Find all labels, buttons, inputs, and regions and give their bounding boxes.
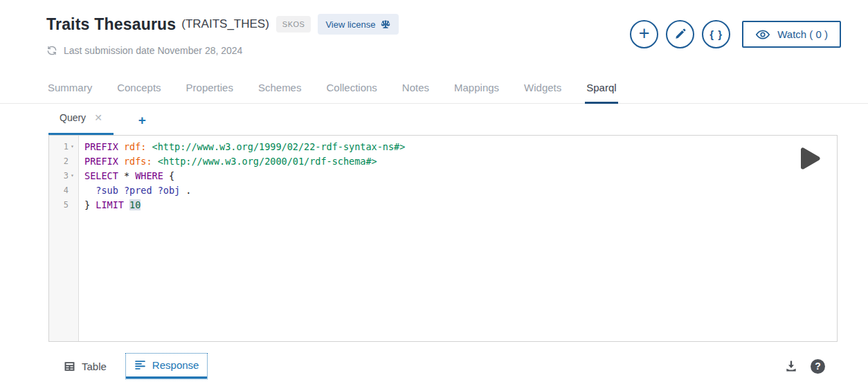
scales-icon (380, 19, 391, 30)
main-nav-tabs: Summary Concepts Properties Schemes Coll… (0, 78, 868, 104)
token-plain (118, 185, 124, 196)
token-plain: } (84, 199, 96, 210)
token-plain: * (118, 170, 135, 181)
add-button[interactable]: + (630, 20, 658, 48)
close-icon[interactable]: ✕ (94, 113, 102, 122)
token-kw: PREFIX (84, 141, 118, 152)
line-number: 3 (64, 171, 69, 181)
code-line: ?sub ?pred ?obj . (84, 183, 837, 197)
result-tab-response[interactable]: Response (126, 354, 208, 379)
code-button[interactable]: { } (702, 20, 730, 48)
tab-properties[interactable]: Properties (185, 78, 235, 104)
token-pfx: rdfs: (124, 156, 152, 167)
token-plain (146, 141, 152, 152)
tab-collections[interactable]: Collections (325, 78, 378, 104)
plus-icon: + (639, 24, 650, 43)
token-var: ?sub (96, 185, 118, 196)
curly-braces-icon: { } (709, 28, 723, 40)
add-query-tab-button[interactable]: + (138, 113, 146, 127)
tab-widgets[interactable]: Widgets (523, 78, 563, 104)
token-plain: { (163, 170, 174, 181)
gutter-line: 5 (49, 197, 78, 212)
gutter-line: 3▾ (49, 168, 78, 183)
tab-concepts[interactable]: Concepts (116, 78, 162, 104)
token-plain: . (180, 185, 191, 196)
pencil-icon (673, 28, 687, 41)
tab-summary[interactable]: Summary (46, 78, 93, 104)
view-license-label: View license (325, 19, 375, 30)
code-line: } LIMIT 10 (84, 197, 837, 212)
list-lines-icon (134, 359, 146, 371)
page-title: Traits Thesaurus (46, 15, 176, 34)
token-plain (84, 185, 96, 196)
sparql-editor: 1▾23▾45 PREFIX rdf: <http://www.w3.org/1… (48, 135, 838, 342)
token-iri: <http://www.w3.org/1999/02/22-rdf-syntax… (152, 141, 406, 152)
tab-schemes[interactable]: Schemes (257, 78, 303, 104)
download-button[interactable] (784, 359, 798, 373)
vocabulary-page: Traits Thesaurus (TRAITS_THES) SKOS View… (0, 0, 868, 391)
gutter-line: 2 (49, 154, 78, 168)
header-actions: + { } Watch ( 0 ) (630, 20, 841, 48)
refresh-icon[interactable] (46, 45, 57, 56)
token-plain (118, 141, 124, 152)
result-tab-table-label: Table (82, 361, 107, 372)
query-tab[interactable]: Query ✕ (48, 109, 114, 135)
result-tab-response-label: Response (152, 359, 199, 371)
token-plain (118, 156, 124, 167)
gutter-line: 4 (49, 183, 78, 197)
code-line: PREFIX rdf: <http://www.w3.org/1999/02/2… (84, 139, 837, 154)
token-pfx: rdf: (124, 141, 147, 152)
tab-notes[interactable]: Notes (401, 78, 431, 104)
fold-arrow-icon[interactable]: ▾ (69, 143, 76, 149)
help-button[interactable]: ? (811, 359, 825, 374)
run-query-button[interactable] (793, 142, 824, 175)
token-plain (152, 185, 158, 196)
token-kw: PREFIX (84, 156, 118, 167)
watch-button[interactable]: Watch ( 0 ) (742, 21, 841, 48)
download-icon (784, 359, 798, 373)
query-tab-bar: Query ✕ + (48, 109, 868, 135)
format-badge: SKOS (276, 16, 311, 33)
result-bar: Table Response ? (55, 354, 832, 379)
token-kw: SELECT (84, 170, 118, 181)
token-plain (152, 156, 158, 167)
table-icon (64, 361, 75, 372)
page-header: Traits Thesaurus (TRAITS_THES) SKOS View… (0, 0, 868, 56)
view-license-button[interactable]: View license (318, 14, 399, 35)
query-tab-label: Query (60, 112, 86, 123)
tab-sparql[interactable]: Sparql (585, 78, 617, 104)
eye-icon (755, 27, 770, 42)
tab-mappings[interactable]: Mappings (453, 78, 500, 104)
edit-button[interactable] (666, 20, 694, 48)
gutter-line: 1▾ (49, 139, 78, 154)
result-tab-table[interactable]: Table (55, 354, 115, 379)
token-var: ?obj (158, 185, 181, 196)
play-icon (793, 143, 824, 174)
token-iri: <http://www.w3.org/2000/01/rdf-schema#> (158, 156, 377, 167)
line-number: 2 (64, 156, 69, 166)
token-kw: LIMIT (96, 199, 124, 210)
token-kw: WHERE (135, 170, 163, 181)
code-line: SELECT * WHERE { (84, 168, 837, 183)
token-var: ?pred (124, 185, 152, 196)
help-icon: ? (811, 359, 825, 374)
line-number: 4 (64, 185, 69, 195)
last-submission-date: Last submission date November 28, 2024 (64, 45, 242, 56)
line-number: 1 (64, 142, 69, 152)
page-acronym: (TRAITS_THES) (181, 17, 269, 31)
watch-label: Watch ( 0 ) (777, 28, 828, 40)
editor-gutter: 1▾23▾45 (49, 136, 79, 341)
fold-arrow-icon[interactable]: ▾ (69, 172, 76, 179)
code-line: PREFIX rdfs: <http://www.w3.org/2000/01/… (84, 154, 837, 168)
result-actions: ? (784, 359, 832, 374)
token-plain (124, 199, 129, 210)
code-area[interactable]: PREFIX rdf: <http://www.w3.org/1999/02/2… (79, 136, 837, 341)
line-number: 5 (64, 200, 69, 210)
token-num: 10 (129, 199, 141, 210)
